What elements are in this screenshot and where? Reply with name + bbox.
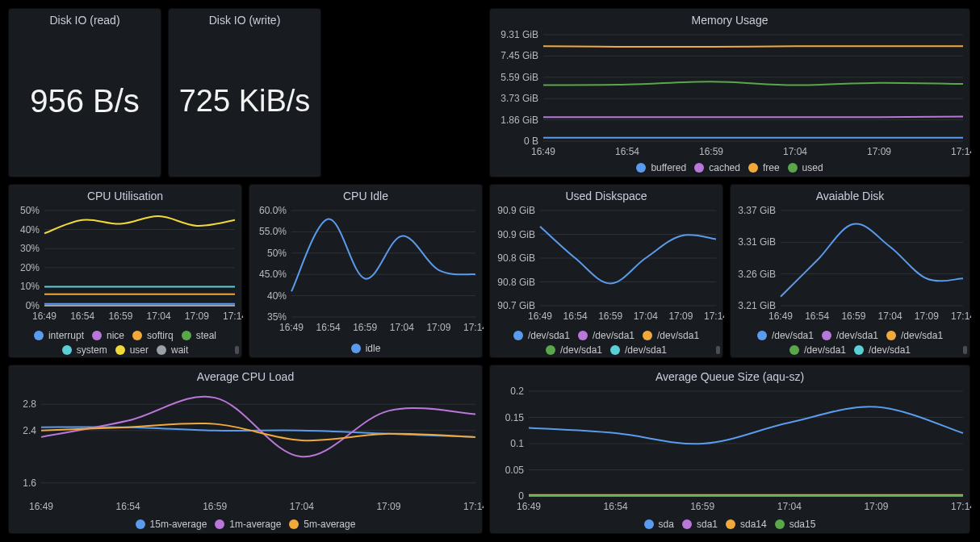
svg-text:3.21 GiB: 3.21 GiB	[738, 300, 776, 311]
legend-label: /dev/sda1	[657, 330, 699, 341]
legend-item[interactable]: buffered	[636, 162, 686, 173]
legend-swatch	[289, 519, 299, 529]
svg-text:1.86 GiB: 1.86 GiB	[500, 115, 538, 126]
chart-area: 1.62.42.816:4916:5416:5917:0417:0917:14	[9, 386, 482, 533]
panel-used-diskspace[interactable]: Used Diskspace 90.7 GiB90.8 GiB90.8 GiB9…	[489, 184, 723, 358]
legend-item[interactable]: sda	[644, 519, 674, 530]
dashboard: Disk IO (read) 956 B/s Disk IO (write) 7…	[0, 0, 980, 542]
svg-text:45.0%: 45.0%	[259, 269, 287, 280]
legend-scrollbar[interactable]	[235, 346, 239, 354]
svg-text:16:59: 16:59	[841, 311, 865, 322]
legend-item[interactable]: sda14	[726, 519, 767, 530]
legend-item[interactable]: /dev/sda1	[757, 330, 814, 341]
legend-swatch	[610, 345, 620, 355]
legend[interactable]: /dev/sda1/dev/sda1/dev/sda1/dev/sda1/dev…	[490, 330, 722, 356]
legend-label: sda14	[740, 519, 767, 530]
legend[interactable]: 15m-average1m-average5m-average	[9, 519, 482, 530]
legend[interactable]: idle	[249, 343, 482, 354]
legend-scrollbar[interactable]	[963, 346, 967, 354]
legend-label: nice	[107, 330, 124, 341]
panel-title: Used Diskspace	[490, 185, 722, 204]
legend-item[interactable]: user	[115, 344, 149, 356]
legend-item[interactable]: used	[788, 162, 823, 173]
legend-scrollbar[interactable]	[716, 346, 720, 354]
svg-text:90.8 GiB: 90.8 GiB	[497, 277, 535, 288]
legend[interactable]: interruptnicesoftirqstealsystemuserwait	[9, 330, 241, 356]
panel-disk-io-write[interactable]: Disk IO (write) 725 KiB/s	[168, 8, 321, 177]
legend-item[interactable]: 5m-average	[289, 519, 355, 530]
svg-text:17:04: 17:04	[634, 311, 658, 322]
legend-item[interactable]: 1m-average	[215, 519, 281, 530]
legend-item[interactable]: sda15	[775, 519, 816, 530]
svg-text:17:04: 17:04	[878, 311, 903, 322]
panel-avg-cpu-load[interactable]: Average CPU Load 1.62.42.816:4916:5416:5…	[8, 365, 483, 534]
legend-item[interactable]: /dev/sda1	[578, 330, 634, 341]
svg-text:17:09: 17:09	[426, 322, 450, 333]
legend-swatch	[644, 519, 654, 529]
legend-swatch	[62, 345, 72, 355]
legend-item[interactable]: system	[62, 344, 107, 356]
legend-item[interactable]: free	[748, 162, 780, 173]
legend-item[interactable]: /dev/sda1	[789, 344, 846, 356]
legend-item[interactable]: /dev/sda1	[513, 330, 570, 341]
legend-item[interactable]: /dev/sda1	[822, 330, 878, 341]
svg-text:16:59: 16:59	[699, 146, 723, 157]
panel-title: Average CPU Load	[9, 365, 482, 385]
legend-item[interactable]: /dev/sda1	[643, 330, 699, 341]
legend-label: /dev/sda1	[869, 344, 911, 356]
legend-item[interactable]: /dev/sda1	[546, 344, 602, 356]
legend-item[interactable]: steal	[182, 330, 216, 341]
legend[interactable]: /dev/sda1/dev/sda1/dev/sda1/dev/sda1/dev…	[731, 330, 970, 356]
svg-text:3.26 GiB: 3.26 GiB	[738, 269, 776, 280]
legend[interactable]: bufferedcachedfreeused	[490, 162, 970, 173]
legend-item[interactable]: cached	[694, 162, 740, 173]
legend-label: 1m-average	[229, 519, 281, 530]
legend-label: /dev/sda1	[901, 330, 943, 341]
svg-text:16:49: 16:49	[29, 501, 53, 512]
legend-item[interactable]: nice	[92, 330, 124, 341]
panel-title: Memory Usage	[490, 9, 970, 28]
legend-item[interactable]: wait	[157, 344, 188, 356]
legend-label: user	[130, 344, 149, 356]
svg-text:10%: 10%	[20, 281, 40, 292]
stat-value: 725 KiB/s	[169, 28, 320, 173]
panel-avg-queue-size[interactable]: Average Queue Size (aqu-sz) 00.050.10.15…	[489, 365, 970, 534]
legend-item[interactable]: sda1	[682, 519, 718, 530]
legend-label: /dev/sda1	[593, 330, 634, 341]
svg-text:17:14: 17:14	[463, 501, 484, 512]
legend-item[interactable]: /dev/sda1	[610, 344, 667, 356]
svg-text:0 B: 0 B	[524, 136, 538, 147]
legend-label: 5m-average	[304, 519, 355, 530]
legend-label: idle	[366, 343, 381, 354]
panel-title: Disk IO (read)	[9, 9, 161, 28]
svg-text:17:04: 17:04	[390, 322, 414, 333]
legend-item[interactable]: /dev/sda1	[854, 344, 911, 356]
panel-memory-usage[interactable]: Memory Usage 0 B1.86 GiB3.73 GiB5.59 GiB…	[489, 8, 970, 177]
svg-text:90.9 GiB: 90.9 GiB	[497, 206, 535, 216]
panel-cpu-utilisation[interactable]: CPU Utilisation 0%10%20%30%40%50%16:4916…	[8, 184, 242, 358]
legend-swatch	[351, 344, 361, 353]
legend-item[interactable]: 15m-average	[136, 519, 207, 530]
legend-swatch	[157, 345, 166, 355]
panel-title: Avaiable Disk	[731, 185, 970, 204]
svg-text:60.0%: 60.0%	[259, 206, 287, 216]
legend[interactable]: sdasda1sda14sda15	[490, 519, 970, 530]
svg-text:17:04: 17:04	[777, 501, 802, 512]
legend-item[interactable]: interrupt	[34, 330, 84, 341]
svg-text:17:14: 17:14	[223, 311, 243, 322]
legend-item[interactable]: idle	[351, 343, 381, 354]
legend-item[interactable]: /dev/sda1	[886, 330, 943, 341]
panel-available-disk[interactable]: Avaiable Disk 3.21 GiB3.26 GiB3.31 GiB3.…	[730, 184, 970, 358]
panel-cpu-idle[interactable]: CPU Idle 35%40%45.0%50%55.0%60.0%16:4916…	[249, 184, 483, 358]
legend-label: wait	[171, 344, 188, 356]
svg-text:40%: 40%	[20, 224, 40, 236]
legend-label: system	[77, 344, 107, 356]
svg-text:16:59: 16:59	[353, 322, 377, 333]
legend-swatch	[513, 331, 523, 340]
panel-title: Average Queue Size (aqu-sz)	[490, 365, 970, 385]
legend-item[interactable]: softirq	[132, 330, 174, 341]
svg-text:16:54: 16:54	[70, 311, 94, 322]
panel-disk-io-read[interactable]: Disk IO (read) 956 B/s	[8, 8, 161, 177]
svg-text:16:49: 16:49	[32, 311, 57, 322]
svg-text:17:09: 17:09	[376, 501, 400, 512]
